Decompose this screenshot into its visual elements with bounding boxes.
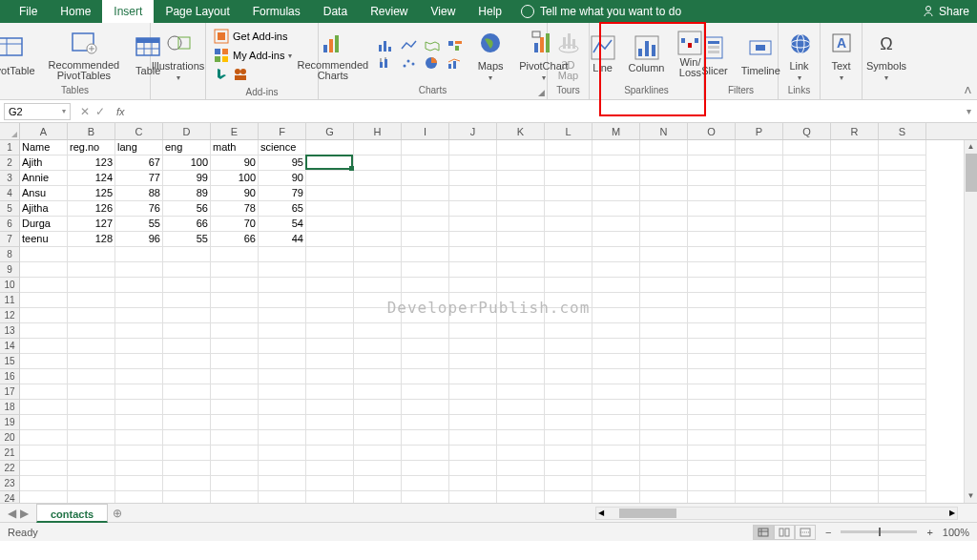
cell[interactable]: math	[211, 140, 259, 156]
cell[interactable]	[783, 400, 831, 415]
cell[interactable]	[306, 186, 354, 201]
row-header[interactable]: 2	[0, 156, 20, 171]
cell[interactable]	[259, 384, 306, 400]
cell[interactable]	[640, 430, 688, 446]
cell[interactable]	[115, 339, 163, 354]
cell[interactable]	[592, 217, 640, 232]
cell[interactable]	[640, 369, 688, 384]
cell[interactable]	[20, 354, 68, 369]
cell[interactable]	[68, 293, 115, 308]
cell[interactable]	[306, 140, 354, 156]
name-box[interactable]: G2 ▾	[4, 103, 71, 120]
cell[interactable]	[259, 293, 306, 308]
cell[interactable]	[545, 415, 592, 430]
cell[interactable]	[545, 476, 592, 491]
cell[interactable]	[831, 446, 879, 461]
cell[interactable]	[68, 461, 115, 476]
expand-formula-bar[interactable]: ▾	[961, 106, 977, 116]
cell[interactable]	[640, 476, 688, 491]
cell[interactable]	[736, 446, 783, 461]
row-header[interactable]: 10	[0, 278, 20, 293]
cell[interactable]	[402, 186, 449, 201]
cell[interactable]	[879, 354, 926, 369]
cell[interactable]	[402, 201, 449, 217]
cell[interactable]: reg.no	[68, 140, 115, 156]
cell[interactable]	[831, 156, 879, 171]
row-header[interactable]: 1	[0, 140, 20, 156]
cell[interactable]	[831, 232, 879, 247]
cell[interactable]	[68, 369, 115, 384]
cell[interactable]	[354, 339, 402, 354]
zoom-out-button[interactable]: −	[825, 527, 831, 538]
cell[interactable]	[831, 461, 879, 476]
cell[interactable]	[736, 293, 783, 308]
cell[interactable]	[736, 384, 783, 400]
row-header[interactable]: 5	[0, 201, 20, 217]
cell[interactable]: 125	[68, 186, 115, 201]
scatter-chart-icon[interactable]	[401, 56, 420, 70]
cell[interactable]	[592, 430, 640, 446]
cell[interactable]	[449, 201, 497, 217]
cell[interactable]	[402, 232, 449, 247]
cell[interactable]	[831, 415, 879, 430]
column-header[interactable]: M	[592, 123, 640, 139]
cell[interactable]	[20, 384, 68, 400]
cell[interactable]	[449, 400, 497, 415]
cell[interactable]	[497, 354, 545, 369]
cell[interactable]	[68, 476, 115, 491]
cell[interactable]	[115, 430, 163, 446]
cell[interactable]	[783, 476, 831, 491]
normal-view-button[interactable]	[753, 525, 774, 540]
cell[interactable]	[20, 308, 68, 323]
cell[interactable]	[497, 217, 545, 232]
cell[interactable]: lang	[115, 140, 163, 156]
scroll-down-button[interactable]: ▼	[965, 489, 977, 503]
cell[interactable]	[163, 354, 211, 369]
cell[interactable]	[879, 247, 926, 262]
cell[interactable]	[163, 262, 211, 278]
row-header[interactable]: 6	[0, 217, 20, 232]
cell[interactable]	[306, 415, 354, 430]
column-header[interactable]: Q	[783, 123, 831, 139]
cell[interactable]	[163, 446, 211, 461]
cell[interactable]	[306, 446, 354, 461]
cell[interactable]: 95	[259, 156, 306, 171]
hscroll-thumb[interactable]	[619, 508, 676, 518]
cell[interactable]	[497, 369, 545, 384]
cell[interactable]	[592, 308, 640, 323]
cell[interactable]	[831, 323, 879, 339]
cells-area[interactable]: Namereg.nolangengmathscienceAjith1236710…	[20, 140, 926, 503]
cell[interactable]	[545, 186, 592, 201]
cell[interactable]	[545, 400, 592, 415]
cell[interactable]	[879, 293, 926, 308]
cell[interactable]	[545, 430, 592, 446]
cell[interactable]	[783, 354, 831, 369]
row-header[interactable]: 22	[0, 461, 20, 476]
column-header[interactable]: C	[115, 123, 163, 139]
cell[interactable]	[831, 247, 879, 262]
cell[interactable]	[592, 339, 640, 354]
cell[interactable]	[402, 384, 449, 400]
cell[interactable]	[68, 415, 115, 430]
cell[interactable]	[688, 262, 736, 278]
cell[interactable]	[688, 140, 736, 156]
cell[interactable]	[831, 293, 879, 308]
cell[interactable]	[449, 156, 497, 171]
cell[interactable]	[20, 415, 68, 430]
cell[interactable]: 66	[211, 232, 259, 247]
cell[interactable]	[259, 278, 306, 293]
cell[interactable]	[879, 232, 926, 247]
cell[interactable]: 126	[68, 201, 115, 217]
cell[interactable]	[211, 446, 259, 461]
cell[interactable]	[879, 171, 926, 186]
cell[interactable]	[831, 186, 879, 201]
cell[interactable]	[879, 186, 926, 201]
cell[interactable]	[68, 430, 115, 446]
cell[interactable]	[688, 308, 736, 323]
cell[interactable]	[736, 476, 783, 491]
cell[interactable]	[259, 430, 306, 446]
cell[interactable]	[783, 339, 831, 354]
cell[interactable]	[20, 400, 68, 415]
sheet-tab-contacts[interactable]: contacts	[36, 504, 108, 523]
cell[interactable]	[211, 415, 259, 430]
